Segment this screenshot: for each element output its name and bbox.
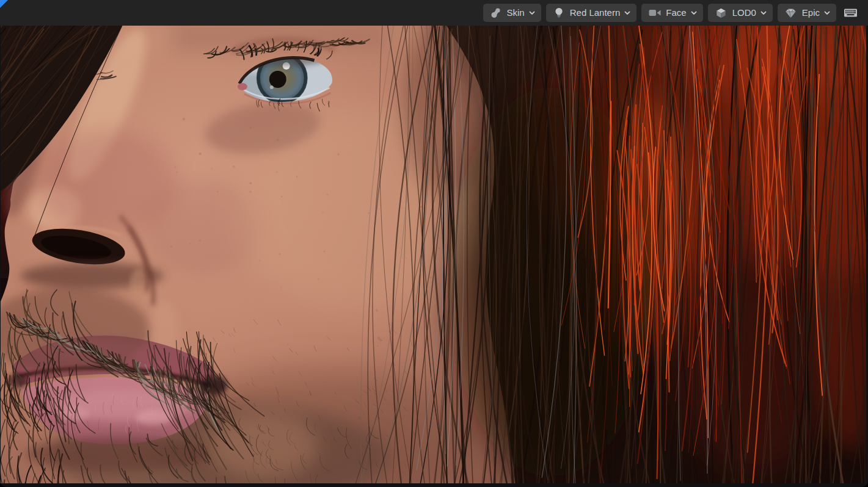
chevron-down-icon — [824, 11, 830, 15]
camera-icon — [647, 6, 662, 20]
lod-dropdown-label: LOD0 — [732, 8, 756, 17]
lod-cube-icon — [714, 6, 728, 20]
character-preview-window: Skin Red Lantern — [0, 0, 868, 487]
toolbar-button-group: Skin Red Lantern — [483, 4, 868, 22]
lighting-dropdown-label: Red Lantern — [570, 8, 621, 17]
caruncle — [238, 83, 247, 90]
chevron-down-icon — [691, 11, 697, 15]
chevron-down-icon — [760, 11, 767, 15]
skin-material-icon — [489, 6, 503, 20]
skin-dropdown-label: Skin — [507, 8, 525, 17]
quality-dropdown-button[interactable]: Epic — [778, 4, 836, 22]
lod-dropdown-button[interactable]: LOD0 — [708, 4, 773, 22]
character-render — [1, 26, 866, 483]
skin-dropdown-button[interactable]: Skin — [483, 4, 541, 22]
pupil — [269, 71, 286, 88]
viewport-toolbar: Skin Red Lantern — [0, 0, 868, 26]
keyboard-icon — [843, 6, 858, 20]
viewport-focus-corner-icon — [0, 0, 8, 8]
chevron-down-icon — [529, 11, 535, 15]
lightbulb-icon — [552, 6, 566, 20]
keyboard-shortcuts-button[interactable] — [841, 4, 860, 22]
quality-dropdown-label: Epic — [802, 8, 820, 17]
quality-gem-icon — [784, 6, 798, 20]
3d-viewport[interactable] — [1, 26, 866, 483]
camera-dropdown-label: Face — [666, 8, 686, 17]
lighting-dropdown-button[interactable]: Red Lantern — [546, 4, 637, 22]
chevron-down-icon — [624, 11, 630, 15]
camera-dropdown-button[interactable]: Face — [641, 4, 702, 22]
